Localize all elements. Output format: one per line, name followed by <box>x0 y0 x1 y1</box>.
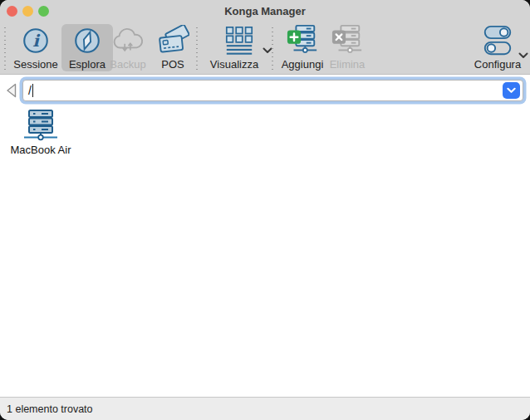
status-text: 1 elemento trovato <box>7 403 93 415</box>
text-cursor <box>32 84 34 97</box>
window-title: Konga Manager <box>0 0 530 22</box>
chevron-down-icon <box>507 87 516 94</box>
toolbar-button-configura[interactable]: Configura <box>472 24 523 71</box>
toolbar-button-backup[interactable]: Backup <box>106 24 150 71</box>
toolbar-button-aggiungi[interactable]: Aggiungi <box>279 24 326 71</box>
chevron-down-icon[interactable] <box>518 47 528 62</box>
compass-icon <box>71 24 103 57</box>
cloud-backup-icon <box>110 24 145 57</box>
toolbar-label: Visualizza <box>210 58 258 71</box>
server-remove-icon <box>331 24 364 57</box>
toolbar-separator <box>272 26 273 71</box>
path-value: / <box>28 84 32 97</box>
app-window: Konga Manager i Sessione <box>0 0 530 420</box>
grid-view-icon <box>223 24 255 57</box>
navigation-bar: / <box>0 75 530 108</box>
combobox-dropdown-button[interactable] <box>503 82 520 99</box>
list-item-macbook-air[interactable]: MacBook Air <box>8 109 73 156</box>
toolbar-button-pos[interactable]: POS <box>153 24 193 71</box>
status-bar: 1 elemento trovato <box>0 397 530 420</box>
toolbar-label: Aggiungi <box>282 58 324 71</box>
path-combobox[interactable]: / <box>22 80 523 101</box>
server-icon <box>8 109 73 142</box>
toolbar-label: Sessione <box>13 58 57 71</box>
credit-cards-icon <box>156 24 189 57</box>
toolbar: i Sessione Esplora <box>0 22 530 74</box>
toolbar-button-sessione[interactable]: i Sessione <box>12 24 60 71</box>
server-add-icon <box>286 24 319 57</box>
toolbar-button-elimina[interactable]: Elimina <box>327 24 367 71</box>
window-chrome: Konga Manager i Sessione <box>0 0 530 75</box>
toolbar-label: Backup <box>110 58 145 71</box>
content-area: MacBook Air <box>0 108 530 397</box>
toolbar-separator <box>196 26 198 71</box>
toolbar-button-visualizza[interactable]: Visualizza <box>206 24 272 71</box>
back-arrow-icon[interactable] <box>5 82 20 99</box>
toolbar-label: Configura <box>474 58 521 71</box>
toolbar-drag-handle <box>4 26 6 71</box>
info-icon: i <box>20 24 52 57</box>
titlebar[interactable]: Konga Manager <box>0 0 530 22</box>
file-item-label: MacBook Air <box>8 144 73 156</box>
toolbar-label: Esplora <box>69 58 106 71</box>
toolbar-label: POS <box>161 58 184 71</box>
toolbar-label: Elimina <box>330 58 366 71</box>
toggles-icon <box>481 24 514 57</box>
